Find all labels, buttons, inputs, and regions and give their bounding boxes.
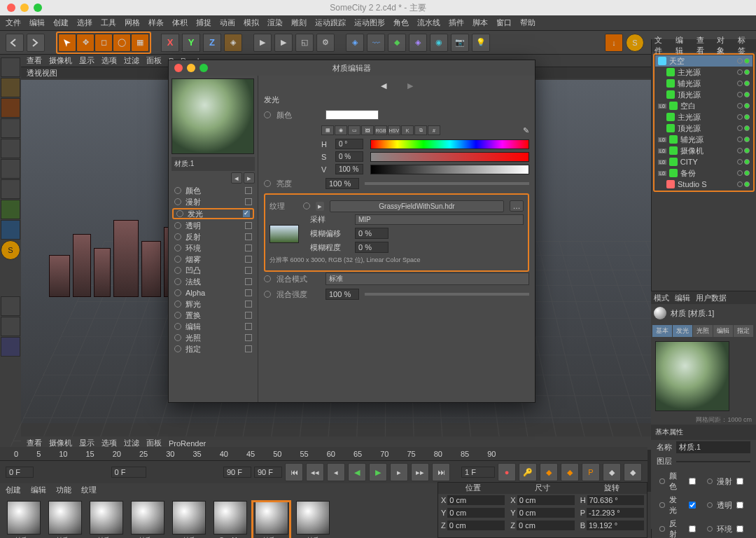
channel-烟雾[interactable]: 烟雾 [172,254,255,265]
mat-tab[interactable]: 创建 [6,485,21,495]
blur-offset-field[interactable]: 0 % [355,228,388,239]
brightness-radio[interactable] [264,180,271,187]
menu-模拟[interactable]: 模拟 [244,18,259,28]
pos-X[interactable]: 0 cm [447,495,505,505]
move-tool[interactable]: ✥ [76,34,94,52]
size-Y[interactable]: 0 cm [517,508,575,518]
material-preview[interactable] [172,78,254,154]
sat-field[interactable]: 0 % [335,151,363,162]
channel-漫射[interactable]: 漫射 [172,196,255,207]
tree-row-顶光源[interactable]: 顶光源 [655,123,752,134]
menu-动画[interactable]: 动画 [220,18,235,28]
om-tab[interactable]: 编辑 [676,35,691,56]
channel-透明[interactable]: 透明 [172,220,255,231]
close-icon[interactable] [7,4,15,12]
end-frame[interactable]: 90 F [223,467,251,478]
make-editable-icon[interactable] [1,57,20,77]
undo-button[interactable] [6,34,24,52]
material-材质.4[interactable]: 材质.4 [46,501,84,538]
goto-end-icon[interactable]: ⏭ [432,463,450,481]
view-menu-item[interactable]: 摄像机 [49,55,72,66]
mix-strength-slider[interactable] [365,293,529,296]
play-back-icon[interactable]: ◀ [348,463,366,481]
light[interactable]: 💡 [472,34,490,52]
environment[interactable]: ◉ [430,34,448,52]
traffic-lights[interactable] [7,4,42,12]
mat-tab[interactable]: 编辑 [31,485,46,495]
view-menu-item[interactable]: 面板 [146,55,162,66]
menu-创建[interactable]: 创建 [53,18,69,28]
attr-menu-item[interactable]: 用户数据 [696,293,727,303]
tex-browse-icon[interactable]: … [510,200,524,212]
tree-row-顶光源[interactable]: 顶光源 [655,89,752,100]
rot-B[interactable]: 19.192 ° [587,520,644,530]
play-fwd-icon[interactable]: ▶ [369,463,387,481]
material-材质.1[interactable]: 材质.1 [252,501,290,538]
menu-体积[interactable]: 体积 [172,18,188,28]
mixstr-radio[interactable] [264,291,271,298]
val-slider[interactable] [370,165,529,174]
menu-渲染[interactable]: 渲染 [267,18,283,28]
tree-row-主光源[interactable]: 主光源 [655,67,752,78]
mix-mode-dropdown[interactable]: 标准 [326,273,529,285]
model-mode-icon[interactable] [1,78,20,97]
rotate-tool[interactable]: ◯ [113,34,131,52]
render-pv-button[interactable]: ▶ [274,34,293,52]
hue-field[interactable]: 0 ° [335,139,363,149]
menu-选择[interactable]: 选择 [77,18,92,28]
menu-编辑[interactable]: 编辑 [29,18,45,28]
menu-网格[interactable]: 网格 [125,18,140,28]
keyframe-rot-icon[interactable]: P [582,463,600,481]
tex-radio[interactable] [303,202,310,209]
channel-环境[interactable]: 环境 [172,242,255,254]
nav-fwd-icon[interactable]: ▶ [407,81,413,90]
camera[interactable]: 📷 [451,34,469,52]
color-mode-icons[interactable]: ▦ ◉ ▭ 🖼 RGB HSV K ⧉ # [321,125,440,135]
spectrum-icon[interactable]: ▭ [348,125,360,135]
keyframe-param-icon[interactable]: ◆ [603,463,621,481]
size-Z[interactable]: 0 cm [517,520,575,530]
tex-menu-icon[interactable]: ▸ [316,202,324,211]
nav-back-icon[interactable]: ◀ [381,81,386,90]
point-mode-icon[interactable] [1,139,20,158]
kelvin-icon[interactable]: K [401,125,414,135]
texture-file-button[interactable]: GrassyFieldWithSun.hdr [330,200,504,212]
current-frame-display[interactable]: 1 F [461,467,495,478]
tree-row-空白[interactable]: L0空白 [655,100,752,111]
texture-thumbnail[interactable] [270,225,299,243]
channel-法线[interactable]: 法线 [172,276,255,287]
attr-tab[interactable]: 光照 [693,325,713,337]
swatches-icon[interactable]: ▦ [321,125,334,135]
rgb-icon[interactable]: RGB [374,125,387,135]
color-swatch[interactable] [326,110,379,120]
xray-icon[interactable] [1,317,20,336]
render-region-button[interactable]: ◱ [295,34,314,52]
layout-icon[interactable]: ↓ [605,34,623,52]
attr-tab[interactable]: 指定 [734,325,753,337]
start-frame[interactable]: 0 F [6,467,34,478]
menu-插件[interactable]: 插件 [449,18,464,28]
zoom-icon[interactable] [200,64,208,72]
size-X[interactable]: 0 cm [517,495,575,505]
material-材质[interactable]: 材质 [169,501,208,538]
channel-置换[interactable]: 置换 [172,310,255,321]
blur-scale-field[interactable]: 0 % [355,242,388,253]
channel-指定[interactable]: 指定 [172,343,255,354]
material-name[interactable]: 材质.1 [172,157,255,171]
tree-row-Studio S[interactable]: Studio S [655,179,752,190]
poly-mode-icon[interactable] [1,179,20,199]
om-tab[interactable]: 查看 [696,35,712,56]
menu-文件[interactable]: 文件 [6,18,21,28]
next-key-icon[interactable]: ▸▸ [411,463,429,481]
attr-tab[interactable]: 编辑 [713,325,733,337]
menu-工具[interactable]: 工具 [101,18,116,28]
channel-check-透明[interactable]: 透明 [701,493,753,517]
tree-row-主光源[interactable]: 主光源 [655,111,752,123]
minimize-icon[interactable] [187,64,195,72]
channel-颜色[interactable]: 颜色 [172,185,255,196]
channel-编辑[interactable]: 编辑 [172,321,255,332]
close-icon[interactable] [174,64,183,72]
channel-check-颜色[interactable]: 颜色 [654,469,701,493]
attr-menu-item[interactable]: 模式 [654,293,669,303]
val-field[interactable]: 100 % [335,164,363,174]
